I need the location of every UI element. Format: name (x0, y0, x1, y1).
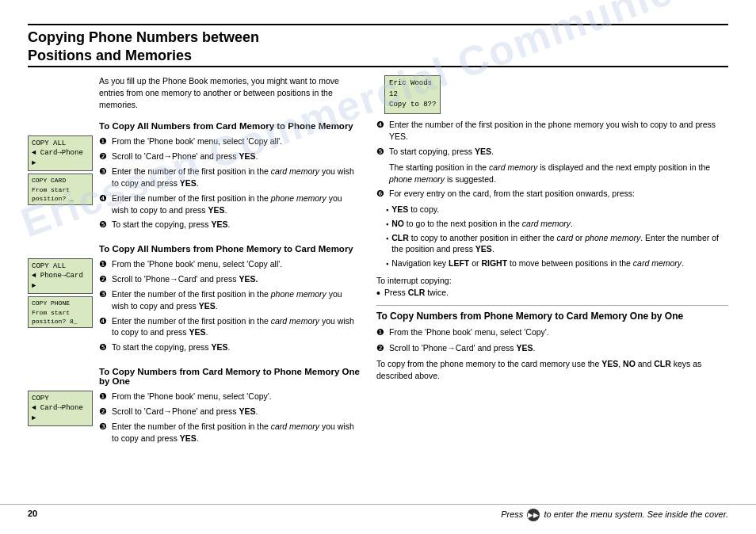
step: ❶ From the 'Phone book' menu, select 'Co… (99, 391, 361, 402)
page: Copying Phone Numbers between Positions … (0, 0, 756, 534)
title-rule (28, 66, 728, 67)
bullet-item: ▪ NO to go to the next position in the c… (386, 218, 728, 230)
step: ❷ Scroll to 'Phone→Card' and press YES. (376, 342, 728, 355)
section1-lcd: COPY ALL ◄ Card→Phone ► COPY CARD From s… (28, 135, 93, 205)
interrupt-item: • Press CLR twice. (376, 288, 728, 299)
step: ❷ Scroll to 'Card→Phone' and press YES. (99, 151, 361, 162)
intro-text: As you fill up the Phone Book memories, … (99, 75, 361, 112)
right-steps-continued: ❹ Enter the number of the first position… (376, 119, 728, 269)
step: ❸ Enter the number of the first position… (99, 166, 361, 189)
bullet-item: ▪ CLR to copy to another position in eit… (386, 232, 728, 255)
menu-icon: ▶▶ (527, 509, 540, 521)
page-title: Copying Phone Numbers between Positions … (28, 29, 728, 64)
bullet-item: ▪ Navigation key LEFT or RIGHT to move b… (386, 257, 728, 269)
step: ❶ From the 'Phone book' menu, select 'Co… (99, 135, 361, 147)
section3-steps: ❶ From the 'Phone book' menu, select 'Co… (99, 391, 361, 448)
section2-heading: To Copy All Numbers from Phone Memory to… (99, 244, 361, 254)
left-column: As you fill up the Phone Book memories, … (28, 75, 361, 457)
step: ❺ To start copying, press YES. (376, 146, 728, 158)
section2-lcd2: COPY PHONE From start position? 8_ (28, 296, 93, 328)
right-column: Eric Woods 12 Copy to 8?? ❹ Enter the nu… (376, 75, 728, 457)
mini-lcd: Eric Woods 12 Copy to 8?? (384, 75, 441, 114)
section2-lcd: COPY ALL ◄ Phone→Card ► COPY PHONE From … (28, 258, 93, 328)
step: ❸ Enter the number of the first position… (99, 288, 361, 311)
section3-heading: To Copy Numbers from Card Memory to Phon… (99, 367, 361, 386)
section3-block: COPY ◄ Card→Phone ► ❶ From the 'Phone bo… (28, 391, 361, 448)
section4-divider (376, 305, 728, 311)
step: ❶ From the 'Phone book' menu, select 'Co… (99, 258, 361, 270)
step: ❹ Enter the number of the first position… (99, 315, 361, 338)
section4-note: To copy from the phone memory to the car… (376, 358, 728, 382)
interrupt-block: To interrupt copying: • Press CLR twice. (376, 276, 728, 299)
bullet-list: ▪ YES to copy. ▪ NO to go to the next po… (386, 204, 728, 269)
step: ❷ Scroll to 'Card→Phone' and press YES. (99, 406, 361, 418)
section2-steps: ❶ From the 'Phone book' menu, select 'Co… (99, 258, 361, 357)
section1-lcd2: COPY CARD From start position? _ (28, 174, 93, 205)
section4-steps: ❶ From the 'Phone book' menu, select 'Co… (376, 326, 728, 382)
footer: 20 Press ▶▶ to enter the menu system. Se… (0, 504, 756, 521)
section2-lcd1: COPY ALL ◄ Phone→Card ► (28, 258, 93, 295)
section1-block: COPY ALL ◄ Card→Phone ► COPY CARD From s… (28, 135, 361, 235)
section1-heading: To Copy All Numbers from Card Memory to … (99, 121, 361, 131)
main-content: As you fill up the Phone Book memories, … (28, 75, 728, 457)
step: ❹ Enter the number of the first position… (376, 119, 728, 143)
section3-lcd1: COPY ◄ Card→Phone ► (28, 391, 93, 427)
footer-note: Press ▶▶ to enter the menu system. See i… (501, 509, 728, 521)
bullet-item: ▪ YES to copy. (386, 204, 728, 216)
step: ❺ To start the copying, press YES. (99, 341, 361, 353)
step: ❻ For every entry on the card, from the … (376, 188, 728, 200)
section2-block: COPY ALL ◄ Phone→Card ► COPY PHONE From … (28, 258, 361, 357)
section4-heading: To Copy Numbers from Phone Memory to Car… (376, 311, 728, 323)
step: ❷ Scroll to 'Phone→Card' and press YES. (99, 273, 361, 285)
step: ❹ Enter the number of the first position… (99, 193, 361, 216)
top-rule (28, 24, 728, 25)
step: ❸ Enter the number of the first position… (99, 421, 361, 444)
step5-note: The starting position in the card memory… (389, 162, 728, 185)
section1-lcd1: COPY ALL ◄ Card→Phone ► (28, 135, 93, 172)
step: ❺ To start the copying, press YES. (99, 219, 361, 231)
interrupt-label: To interrupt copying: (376, 276, 728, 285)
section3-lcd: COPY ◄ Card→Phone ► (28, 391, 93, 427)
step: ❶ From the 'Phone book' menu, select 'Co… (376, 326, 728, 339)
footer-page-number: 20 (28, 509, 37, 521)
section1-steps: ❶ From the 'Phone book' menu, select 'Co… (99, 135, 361, 235)
